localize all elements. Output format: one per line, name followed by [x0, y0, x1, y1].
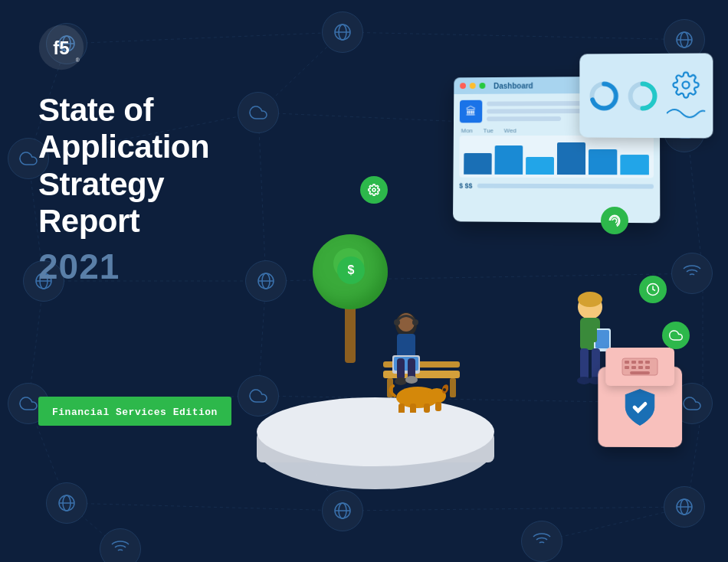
title-block: State of Application Strategy Report 202… — [38, 92, 284, 287]
green-node-clock — [639, 276, 667, 303]
bar-chart — [459, 136, 654, 178]
bar-5 — [589, 149, 617, 175]
keyboard-panel — [605, 348, 674, 386]
bar-1 — [464, 153, 492, 175]
node-globe-right-5 — [664, 486, 705, 528]
svg-rect-86 — [591, 327, 597, 342]
node-signal-bottom-right — [521, 521, 562, 562]
svg-text:®: ® — [76, 57, 80, 63]
donut-2 — [625, 78, 660, 113]
dot-red — [460, 83, 466, 89]
svg-line-21 — [343, 507, 687, 511]
bar-4 — [557, 142, 585, 175]
donut-charts — [587, 78, 660, 113]
svg-point-64 — [412, 319, 418, 325]
gear-area — [667, 70, 705, 121]
x-label-wed: Wed — [504, 127, 516, 134]
svg-rect-85 — [595, 330, 609, 348]
svg-point-76 — [443, 388, 446, 391]
dot-yellow — [470, 83, 476, 89]
node-signal-right-3 — [671, 253, 713, 294]
svg-rect-99 — [638, 361, 643, 364]
svg-rect-100 — [645, 361, 650, 364]
keyboard-icon — [621, 355, 659, 378]
svg-rect-102 — [631, 366, 636, 369]
bar-6 — [620, 155, 649, 175]
panel-secondary-top — [579, 53, 713, 138]
dollar-symbol: $ — [348, 263, 355, 277]
svg-rect-103 — [638, 366, 643, 369]
svg-rect-87 — [580, 348, 589, 379]
svg-rect-65 — [397, 334, 415, 358]
node-globe-left-5 — [46, 482, 87, 524]
report-year: 2021 — [38, 246, 284, 287]
svg-rect-97 — [625, 361, 629, 364]
green-node-gear — [360, 176, 388, 204]
svg-rect-105 — [630, 371, 650, 374]
ticker-bar — [477, 184, 654, 189]
green-node-dollar: $ — [337, 256, 365, 284]
report-title: State of Application Strategy Report — [38, 92, 284, 240]
f5-logo: f5 ® — [38, 25, 84, 70]
dog — [387, 374, 448, 413]
node-signal-bottom-left — [100, 528, 141, 562]
svg-rect-104 — [645, 366, 650, 369]
x-label-mon: Mon — [461, 127, 473, 134]
green-node-fingerprint — [601, 207, 628, 234]
svg-line-1 — [343, 32, 695, 40]
bar-2 — [495, 145, 523, 174]
svg-point-106 — [372, 188, 375, 191]
svg-point-82 — [578, 292, 602, 307]
x-label-tue: Tue — [484, 127, 494, 134]
gear-icon — [672, 70, 700, 98]
svg-rect-80 — [435, 402, 441, 411]
svg-line-0 — [67, 32, 343, 44]
bar-3 — [526, 156, 554, 175]
panel-label: Dashboard — [494, 81, 533, 90]
donut-1 — [587, 79, 621, 113]
svg-rect-98 — [631, 361, 636, 364]
svg-text:f5: f5 — [53, 38, 69, 58]
edition-badge: Financial Services Edition — [38, 397, 231, 426]
svg-point-95 — [683, 81, 690, 88]
dot-green — [480, 83, 486, 89]
cover-page: f5 ® State of Application Strategy Repor… — [0, 0, 728, 562]
svg-rect-77 — [398, 404, 405, 413]
svg-point-63 — [394, 319, 400, 325]
svg-point-56 — [257, 397, 494, 466]
svg-line-20 — [67, 503, 343, 511]
node-globe-top-mid — [322, 11, 363, 53]
dash-icon: 🏛 — [460, 100, 483, 123]
edition-badge-text: Financial Services Edition — [52, 407, 218, 418]
green-node-cloud-right — [662, 322, 690, 349]
ticker-label: $ $$ — [459, 182, 472, 190]
wave-chart — [667, 102, 705, 121]
svg-rect-78 — [410, 404, 416, 413]
node-globe-mid-5 — [322, 490, 363, 531]
svg-rect-101 — [625, 366, 629, 369]
svg-rect-60 — [450, 378, 456, 397]
shield-check-icon — [618, 385, 661, 428]
svg-rect-79 — [424, 404, 430, 413]
dash-line-3 — [487, 116, 561, 121]
price-ticker: $ $$ — [459, 182, 654, 191]
